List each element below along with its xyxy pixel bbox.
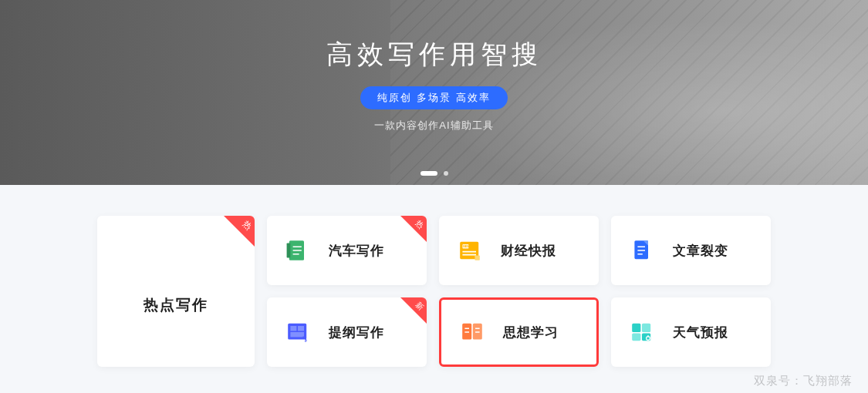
- feature-card-auto-writing[interactable]: 热 汽车写作: [267, 216, 427, 285]
- svg-rect-13: [475, 255, 479, 260]
- hero-tagline-pill: 纯原创 多场景 高效率: [360, 86, 507, 109]
- document-icon: [627, 235, 657, 266]
- svg-rect-30: [632, 324, 640, 332]
- carousel-dot[interactable]: [420, 171, 437, 176]
- svg-text:e: e: [305, 338, 307, 343]
- book-icon: [282, 235, 313, 266]
- feature-card-label: 提纲写作: [329, 324, 384, 341]
- news-icon: NEW: [454, 235, 485, 266]
- feature-card-label: 思想学习: [503, 324, 559, 341]
- svg-rect-22: [290, 332, 304, 337]
- svg-rect-31: [642, 324, 650, 332]
- svg-rect-32: [632, 334, 640, 341]
- feature-card-finance-news[interactable]: NEW 财经快报: [439, 216, 599, 285]
- feature-card-hotspot-writing[interactable]: 热 热点写作: [97, 216, 255, 367]
- hero-title: 高效写作用智搜: [326, 37, 542, 72]
- feature-card-label: 汽车写作: [329, 242, 384, 260]
- svg-rect-4: [287, 243, 291, 257]
- feature-card-label: 天气预报: [673, 324, 728, 341]
- dashboard-icon: [627, 317, 657, 348]
- hero-banner: 高效写作用智搜 纯原创 多场景 高效率 一款内容创作AI辅助工具: [0, 0, 868, 185]
- feature-card-label: 文章裂变: [673, 242, 728, 260]
- watermark-text: 双泉号：飞翔部落: [754, 374, 853, 388]
- feature-card-label: 热点写作: [144, 295, 208, 315]
- hero-subtitle: 一款内容创作AI辅助工具: [374, 119, 493, 133]
- feature-card-outline-writing[interactable]: 新 e 提纲写作: [267, 297, 427, 367]
- feature-card-thought-study[interactable]: 思想学习: [439, 297, 599, 367]
- ribbon-new: 新: [400, 297, 427, 324]
- carousel-dots[interactable]: [420, 171, 448, 176]
- svg-rect-20: [290, 326, 296, 331]
- open-book-icon: [457, 317, 488, 348]
- feature-card-article-split[interactable]: 文章裂变: [611, 216, 771, 285]
- ribbon-hot: 热: [224, 216, 255, 247]
- feature-card-label: 财经快报: [501, 242, 556, 260]
- layout-icon: e: [282, 317, 313, 348]
- feature-card-weather-forecast[interactable]: 天气预报: [611, 297, 771, 367]
- svg-rect-21: [298, 326, 304, 331]
- carousel-dot[interactable]: [444, 171, 448, 176]
- svg-text:NEW: NEW: [463, 245, 470, 248]
- ribbon-hot: 热: [400, 216, 427, 242]
- feature-grid: 热 热点写作 热 汽车写作 NEW 财经快报: [0, 185, 868, 367]
